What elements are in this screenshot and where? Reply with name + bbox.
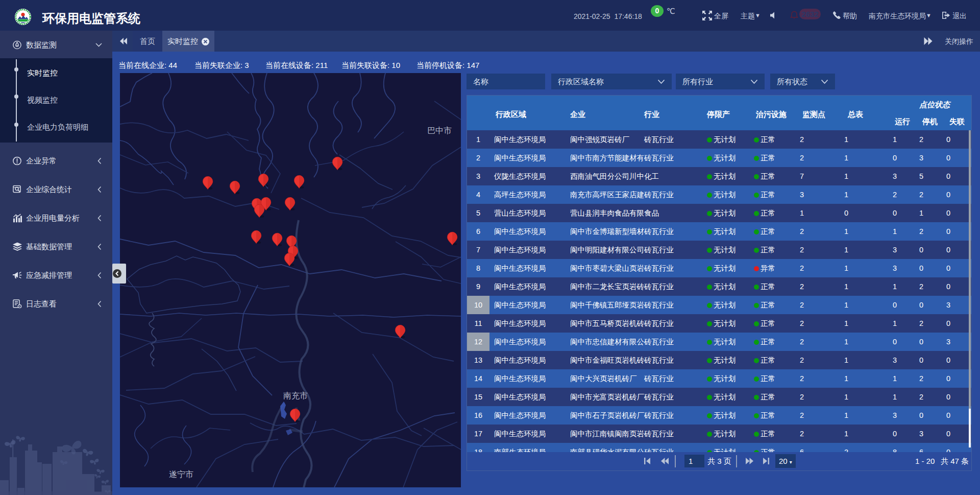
- svg-text:南充市: 南充市: [283, 391, 308, 400]
- svg-text:巴中市: 巴中市: [427, 126, 452, 135]
- svg-text:遂宁市: 遂宁市: [169, 470, 193, 479]
